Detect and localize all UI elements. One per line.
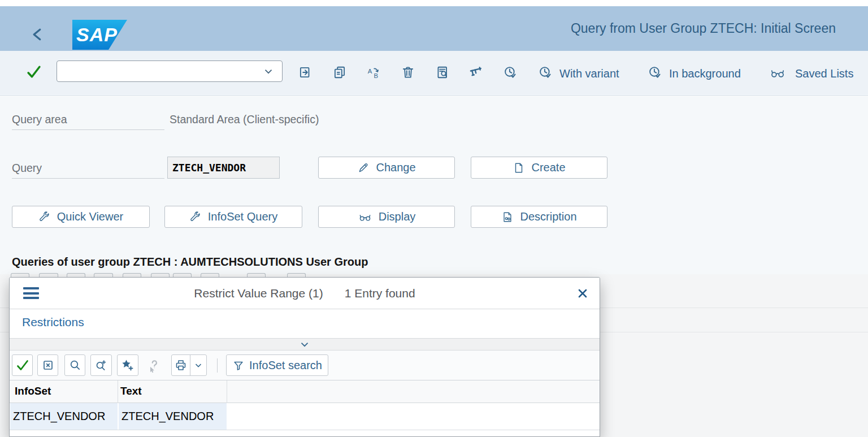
glasses-icon[interactable] [769, 66, 786, 80]
query-area-value: Standard Area (Client-specific) [170, 113, 319, 126]
dialog-entry-count: 1 Entry found [345, 287, 415, 300]
funnel-icon [232, 359, 245, 371]
magnifier-icon [68, 358, 82, 372]
infoset-query-button[interactable]: InfoSet Query [164, 206, 302, 228]
restrictions-label: Restrictions [22, 315, 84, 329]
description-button[interactable]: Description [471, 206, 607, 228]
with-variant-button[interactable]: With variant [559, 66, 619, 81]
toolbar-separator [217, 358, 218, 373]
screen-title: Query from User Group ZTECH: Initial Scr… [571, 6, 836, 51]
enter-check-icon[interactable] [26, 64, 42, 80]
execute-in-background-clock-icon[interactable] [648, 65, 662, 80]
table-row[interactable]: ZTECH_VENDOR ZTECH_VENDOR [10, 403, 600, 430]
green-check-icon [16, 358, 29, 372]
back-button[interactable] [28, 25, 47, 44]
document-glasses-icon [501, 211, 514, 223]
query-underline [12, 178, 164, 179]
cancel-button[interactable] [37, 354, 58, 376]
sap-logo-text: SAP [72, 20, 118, 50]
query-area-underline [12, 129, 164, 130]
boxed-x-icon [41, 358, 55, 372]
column-header-text[interactable]: Text [120, 385, 142, 397]
query-value-input[interactable] [167, 157, 280, 179]
command-dropdown-icon[interactable] [262, 65, 275, 77]
caliper-icon[interactable] [469, 65, 484, 80]
infoset-search-button[interactable]: InfoSet search [226, 354, 328, 376]
printer-icon[interactable] [172, 358, 190, 372]
wrench-icon [189, 211, 202, 223]
document-magnifier-icon[interactable] [435, 65, 450, 80]
display-button-label: Display [379, 210, 416, 223]
wrench-icon [38, 211, 51, 223]
restrict-value-range-dialog: Restrict Value Range (1) 1 Entry found R… [9, 277, 600, 437]
page-with-arrow-icon[interactable] [298, 65, 313, 80]
execute-with-variant-clock-icon[interactable] [538, 65, 553, 80]
queries-section-heading: Queries of user group ZTECH : AUMTECHSOL… [12, 256, 368, 269]
row-cell-infoset[interactable]: ZTECH_VENDOR [10, 403, 118, 430]
top-strip [0, 0, 868, 6]
saved-lists-button[interactable]: Saved Lists [795, 66, 853, 81]
column-header-infoset[interactable]: InfoSet [15, 385, 51, 397]
description-button-label: Description [520, 210, 576, 223]
query-label: Query [12, 162, 42, 175]
magnifier-plus-icon [94, 358, 108, 372]
find-next-button[interactable] [90, 354, 112, 376]
restrictions-section: Restrictions [10, 309, 600, 338]
sap-gui-screen: SAP Query from User Group ZTECH: Initial… [0, 0, 868, 437]
add-favorite-button[interactable] [117, 354, 138, 376]
create-button[interactable]: Create [471, 157, 607, 179]
star-plus-icon [121, 358, 134, 372]
quick-viewer-button-label: Quick Viewer [57, 210, 123, 223]
dialog-titlebar: Restrict Value Range (1) 1 Entry found [10, 278, 600, 309]
svg-text:A: A [368, 68, 372, 75]
print-split-button[interactable] [171, 354, 207, 376]
infoset-search-label: InfoSet search [249, 359, 322, 372]
help-hand-question-icon [144, 357, 164, 375]
main-toolbar: AB With variant In background Saved List… [0, 51, 868, 96]
shell-header: SAP Query from User Group ZTECH: Initial… [0, 6, 868, 51]
change-button-label: Change [376, 161, 415, 174]
column-divider [227, 380, 227, 403]
copy-pages-icon[interactable] [332, 65, 347, 80]
blank-page-icon [513, 162, 525, 174]
command-input[interactable] [57, 60, 283, 82]
display-button[interactable]: Display [318, 206, 455, 228]
chevron-left-icon [29, 26, 46, 43]
dialog-table-header: InfoSet Text [10, 380, 600, 403]
sap-logo: SAP [72, 20, 127, 50]
svg-text:B: B [374, 72, 379, 79]
infoset-query-button-label: InfoSet Query [208, 210, 277, 223]
trash-icon[interactable] [401, 65, 415, 80]
dialog-toolbar: InfoSet search [10, 351, 600, 380]
rename-a-b-icon[interactable]: AB [366, 65, 381, 80]
glasses-icon [358, 211, 372, 223]
close-icon[interactable] [576, 287, 589, 300]
collapse-strip[interactable] [10, 338, 600, 351]
dialog-title: Restrict Value Range (1) [194, 287, 323, 300]
quick-viewer-button[interactable]: Quick Viewer [12, 206, 150, 228]
create-button-label: Create [531, 161, 565, 174]
query-area-label: Query area [12, 113, 67, 126]
find-button[interactable] [64, 354, 85, 376]
pencil-icon [357, 162, 370, 174]
chevron-down-icon [298, 338, 311, 351]
in-background-button[interactable]: In background [669, 66, 741, 81]
column-divider [118, 380, 118, 403]
row-cell-text[interactable]: ZTECH_VENDOR [118, 403, 227, 430]
execute-clock-icon[interactable] [503, 65, 518, 80]
change-button[interactable]: Change [318, 157, 455, 179]
print-dropdown-icon[interactable] [190, 360, 206, 370]
confirm-button[interactable] [12, 354, 33, 376]
